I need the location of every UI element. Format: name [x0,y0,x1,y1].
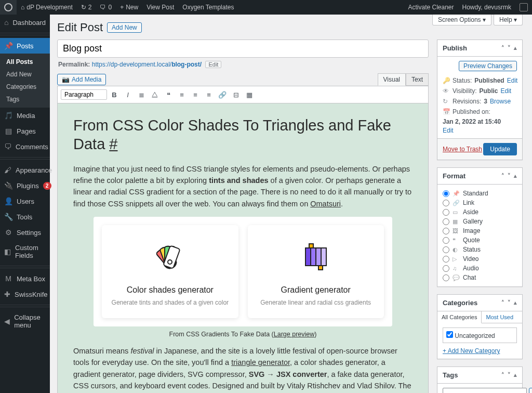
sidebar-custom-fields[interactable]: ◧Custom Fields [0,240,50,263]
new-content-link[interactable]: +New [116,0,142,15]
revisions-icon: ↻ [443,98,450,105]
cat-tab-all[interactable]: All Categories [437,311,482,323]
sidebar-dashboard[interactable]: ⌂Dashboard [0,15,50,30]
caret-up-icon[interactable]: ▴ [514,45,517,51]
howdy-link[interactable]: Howdy, devusrmk [458,0,515,15]
comments-link[interactable]: 🗨0 [96,0,116,15]
format-option-gallery[interactable]: ▦Gallery [443,217,517,226]
date-edit-link[interactable]: Edit [443,127,454,134]
calendar-icon: 📅 [443,108,450,115]
format-option-quote[interactable]: ❝Quote [443,235,517,245]
move-to-trash-link[interactable]: Move to Trash [443,146,482,153]
format-option-audio[interactable]: ♫Audio [443,264,517,273]
sidebar-appearance[interactable]: 🖌Appearance [0,162,50,178]
users-icon: 👤 [4,197,12,205]
sidebar-tags[interactable]: Tags [0,93,50,106]
format-option-standard[interactable]: 📌Standard [443,189,517,198]
visibility-edit-link[interactable]: Edit [500,87,511,95]
italic-button[interactable]: I [122,88,134,101]
add-new-button[interactable]: Add New [107,22,142,33]
tag-input[interactable] [443,388,527,393]
sidebar-metabox[interactable]: MMeta Box [0,271,50,286]
sidebar-pages[interactable]: ▤Pages [0,123,50,139]
align-left-button[interactable]: ≡ [176,88,188,101]
format-option-video[interactable]: ▷Video [443,254,517,264]
format-option-aside[interactable]: ▭Aside [443,207,517,217]
updates-link[interactable]: ↻2 [77,0,96,15]
sidebar-plugins[interactable]: 🔌Plugins2 [0,178,50,193]
wp-logo-menu[interactable] [0,0,17,15]
sidebar-comments[interactable]: 🗨Comments [0,139,50,154]
svg-rect-9 [309,244,313,248]
sidebar-collapse[interactable]: ◀Collapse menu [0,310,50,333]
permalink-edit-button[interactable]: Edit [205,61,221,68]
sidebar-users[interactable]: 👤Users [0,193,50,209]
format-icon: ◐ [453,246,460,253]
format-select[interactable]: Paragraph [61,89,107,100]
sidebar-settings[interactable]: ⚙Settings [0,225,50,240]
toolbar-toggle-button[interactable]: ▦ [243,88,256,101]
add-category-link[interactable]: + Add New Category [443,347,500,355]
post-editor[interactable]: From CSS Color Shades To Triangles and F… [57,103,429,393]
sidebar-categories[interactable]: Categories [0,81,50,93]
svg-rect-10 [318,266,323,270]
wrench-icon: 🔧 [4,213,12,221]
align-center-button[interactable]: ≡ [189,88,202,101]
view-post-link[interactable]: View Post [142,0,178,15]
add-media-button[interactable]: 📷Add Media [57,74,106,85]
category-item[interactable]: Uncategorized [446,332,495,339]
activate-cleaner-link[interactable]: Activate Cleaner [404,0,458,15]
oxygen-templates-link[interactable]: Oxygen Templates [178,0,238,15]
cat-tab-most[interactable]: Most Used [482,311,517,323]
format-icon: 📌 [453,190,460,197]
card-color-shades: Color shades generator Generate tints an… [102,225,238,318]
dashboard-icon: ⌂ [4,18,8,27]
format-icon: 💬 [453,274,460,281]
wordpress-icon [4,3,12,11]
tag-add-button[interactable]: Add [529,388,532,393]
more-button[interactable]: ⊟ [230,88,242,101]
sidebar-posts[interactable]: 📌Posts [0,38,50,54]
link-button[interactable]: 🔗 [216,88,229,101]
permalink-link[interactable]: https://dp-development.local/blog-post/ [92,61,202,68]
format-option-status[interactable]: ◐Status [443,245,517,254]
brush-icon: 🖌 [4,166,11,174]
status-edit-link[interactable]: Edit [507,77,518,84]
cf-icon: ◧ [4,247,11,256]
editor-tab-text[interactable]: Text [406,73,429,86]
user-avatar[interactable] [515,0,532,15]
editor-tab-visual[interactable]: Visual [378,73,406,86]
preview-changes-button[interactable]: Preview Changes [459,61,517,71]
update-button[interactable]: Update [483,143,517,155]
publish-box: Publish˄˅▴ Preview Changes 🔑Status: Publ… [437,40,523,160]
media-icon: 🎵 [4,111,12,120]
browse-revisions-link[interactable]: Browse [490,98,511,105]
format-option-image[interactable]: 🖼Image [443,226,517,235]
chevron-up-icon[interactable]: ˄ [501,45,504,51]
site-name-link[interactable]: ⌂dP Development [17,0,77,15]
card-gradient: Gradient generator Generate linear and r… [248,225,384,318]
align-right-button[interactable]: ≡ [203,88,215,101]
editor-toolbar: Paragraph B I ≣ ⧋ ❝ ≡ ≡ ≡ 🔗 ⊟ ▦ [57,86,429,103]
sidebar-add-new-post[interactable]: Add New [0,68,50,81]
bold-button[interactable]: B [108,88,121,101]
format-option-chat[interactable]: 💬Chat [443,273,517,282]
svg-rect-8 [321,248,326,266]
sidebar-swissknife[interactable]: ✚SwissKnife [0,286,50,302]
number-list-button[interactable]: ⧋ [149,88,161,101]
sidebar-all-posts[interactable]: All Posts [0,56,50,68]
avatar-icon [520,3,528,11]
sidebar-tools[interactable]: 🔧Tools [0,209,50,225]
bullet-list-button[interactable]: ≣ [135,88,148,101]
color-swatch-icon [108,233,232,280]
quote-button[interactable]: ❝ [162,88,175,101]
format-option-link[interactable]: 🔗Link [443,198,517,207]
sidebar-posts-submenu: All Posts Add New Categories Tags [0,54,50,108]
post-title-input[interactable] [57,40,429,58]
chevron-down-icon[interactable]: ˅ [508,45,511,51]
help-tab[interactable]: Help ▾ [494,15,523,25]
page-title: Edit Post [57,21,103,34]
plug-icon: 🔌 [4,181,12,190]
screen-options-tab[interactable]: Screen Options ▾ [432,15,491,25]
sidebar-media[interactable]: 🎵Media [0,108,50,123]
